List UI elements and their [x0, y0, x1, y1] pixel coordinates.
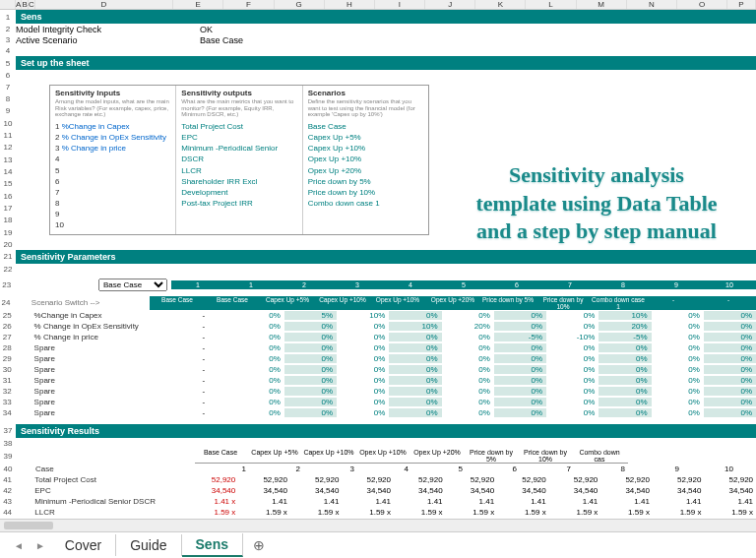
result-cell[interactable]: 1.41	[600, 497, 653, 506]
param-cell[interactable]: 0%	[232, 365, 284, 374]
scenario-item[interactable]: Opex Up +20%	[308, 165, 423, 176]
result-cell[interactable]: 1.59 x	[394, 508, 446, 517]
param-cell[interactable]: 0%	[337, 343, 389, 352]
param-cell[interactable]: 0%	[389, 343, 441, 352]
add-sheet-icon[interactable]: ⊕	[243, 537, 275, 553]
param-cell[interactable]: 0%	[232, 398, 284, 406]
param-cell[interactable]: 0%	[704, 387, 756, 396]
result-cell[interactable]: 1.59 x	[342, 508, 394, 517]
scenario-item[interactable]: Price down by 5%	[308, 176, 423, 187]
param-cell[interactable]: 0%	[546, 311, 598, 320]
param-cell[interactable]: 0%	[442, 376, 494, 385]
result-cell[interactable]: 34,540	[290, 486, 343, 495]
result-cell[interactable]: 1.41	[653, 497, 705, 506]
param-cell[interactable]: 0%	[337, 354, 389, 363]
param-cell[interactable]: 0%	[704, 398, 756, 406]
result-cell[interactable]: 1.41	[549, 497, 601, 506]
param-cell[interactable]: 0%	[442, 311, 494, 320]
nav-next-icon[interactable]: ►	[30, 540, 51, 551]
param-cell[interactable]: 0%	[232, 311, 284, 320]
result-cell[interactable]: 2	[249, 465, 303, 473]
result-cell[interactable]: 34,540	[187, 486, 239, 495]
param-cell[interactable]: 0%	[232, 333, 284, 341]
param-cell[interactable]: 0%	[232, 408, 284, 417]
param-cell[interactable]: 0%	[494, 354, 546, 363]
param-cell[interactable]: 0%	[442, 333, 494, 341]
result-cell[interactable]: 34,540	[238, 486, 290, 495]
param-cell[interactable]: 0%	[494, 322, 546, 331]
result-cell[interactable]: 1.41	[394, 497, 446, 506]
param-cell[interactable]: 0%	[598, 376, 651, 385]
param-cell[interactable]: 0%	[389, 376, 441, 385]
param-cell[interactable]: 0%	[704, 333, 756, 341]
param-cell[interactable]: 0%	[546, 398, 598, 406]
param-cell[interactable]: 0%	[337, 333, 389, 341]
param-cell[interactable]: 0%	[284, 354, 337, 363]
param-cell[interactable]: 0%	[337, 408, 389, 417]
param-cell[interactable]: 0%	[389, 408, 441, 417]
output-item[interactable]: Shareholder IRR Excl Development	[181, 176, 296, 198]
scenario-item[interactable]: Base Case	[308, 121, 423, 132]
tab-sens[interactable]: Sens	[182, 533, 243, 557]
param-cell[interactable]: -	[179, 365, 231, 374]
result-cell[interactable]: 1.59 x	[653, 508, 705, 517]
param-cell[interactable]: 5%	[284, 311, 337, 320]
param-cell[interactable]: 0%	[389, 311, 441, 320]
param-cell[interactable]: 0%	[284, 376, 337, 385]
param-cell[interactable]: 0%	[598, 343, 651, 352]
output-item[interactable]: Total Project Cost	[181, 121, 296, 132]
result-cell[interactable]: 52,920	[704, 475, 756, 484]
result-cell[interactable]: 3	[303, 465, 357, 473]
result-cell[interactable]: 52,920	[600, 475, 653, 484]
input-item[interactable]: % Change in price	[62, 144, 126, 153]
param-cell[interactable]: 0%	[284, 387, 337, 396]
param-cell[interactable]: 0%	[598, 398, 651, 406]
param-cell[interactable]: 0%	[389, 387, 441, 396]
param-cell[interactable]: 0%	[704, 354, 756, 363]
param-cell[interactable]: -	[179, 343, 231, 352]
result-cell[interactable]: 1.41 x	[187, 497, 239, 506]
output-item[interactable]: Minimum -Periodical Senior DSCR	[181, 143, 296, 164]
param-cell[interactable]: -	[179, 376, 231, 385]
param-cell[interactable]: -	[179, 398, 231, 406]
scenario-item[interactable]: Capex Up +5%	[308, 132, 423, 143]
param-cell[interactable]: 0%	[546, 343, 598, 352]
param-cell[interactable]: 0%	[546, 408, 598, 417]
result-cell[interactable]: 7	[520, 465, 574, 473]
param-cell[interactable]: -	[179, 408, 231, 417]
result-cell[interactable]: 34,540	[600, 486, 653, 495]
param-cell[interactable]: 0%	[704, 322, 756, 331]
param-cell[interactable]: 0%	[442, 343, 494, 352]
param-cell[interactable]: 0%	[389, 333, 441, 341]
result-cell[interactable]: 1.59 x	[549, 508, 601, 517]
param-cell[interactable]: 0%	[652, 343, 704, 352]
result-cell[interactable]: 1.59 x	[290, 508, 343, 517]
param-cell[interactable]: 0%	[494, 408, 546, 417]
param-cell[interactable]: 0%	[704, 365, 756, 374]
result-cell[interactable]: 1.59 x	[446, 508, 498, 517]
result-cell[interactable]: 52,920	[394, 475, 446, 484]
param-cell[interactable]: 0%	[652, 387, 704, 396]
result-cell[interactable]: 10	[682, 465, 736, 473]
output-item[interactable]: EPC	[181, 132, 296, 143]
param-cell[interactable]: 0%	[442, 354, 494, 363]
result-cell[interactable]: 1	[195, 465, 249, 473]
param-cell[interactable]: 0%	[389, 398, 441, 406]
result-cell[interactable]: 52,920	[549, 475, 601, 484]
param-cell[interactable]: 0%	[337, 322, 389, 331]
param-cell[interactable]: 0%	[546, 387, 598, 396]
param-cell[interactable]: 0%	[598, 365, 651, 374]
result-cell[interactable]: 34,540	[342, 486, 394, 495]
result-cell[interactable]: 1.41	[342, 497, 394, 506]
param-cell[interactable]: -	[179, 354, 231, 363]
result-cell[interactable]: 4	[357, 465, 411, 473]
result-cell[interactable]: 52,920	[238, 475, 290, 484]
result-cell[interactable]: 1.59 x	[704, 508, 756, 517]
param-cell[interactable]: 0%	[598, 408, 651, 417]
result-cell[interactable]: 52,920	[187, 475, 239, 484]
param-cell[interactable]: 0%	[598, 354, 651, 363]
param-cell[interactable]: 0%	[284, 343, 337, 352]
scenario-dropdown[interactable]: Base Case	[98, 279, 167, 291]
param-cell[interactable]: 0%	[652, 376, 704, 385]
param-cell[interactable]: 0%	[337, 398, 389, 406]
